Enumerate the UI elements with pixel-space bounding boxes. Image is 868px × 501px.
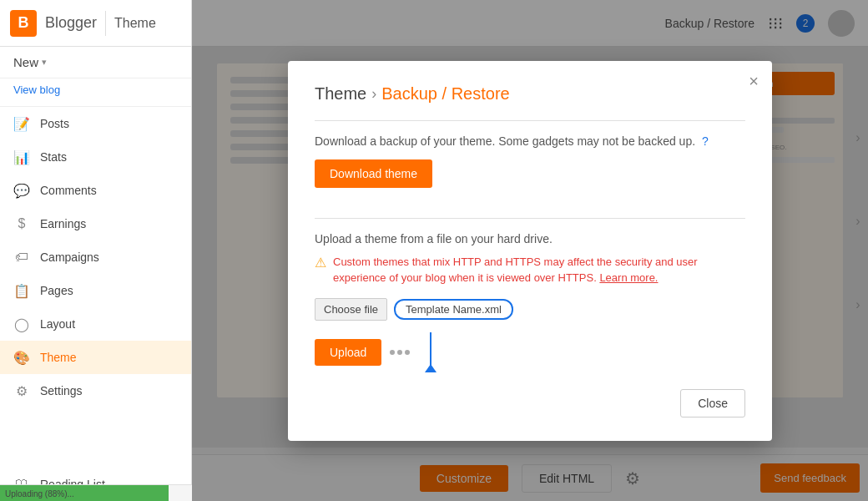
sidebar-item-label: Comments xyxy=(40,184,97,197)
modal-close-button[interactable]: × xyxy=(749,73,759,89)
sidebar-item-label: Layout xyxy=(40,317,75,331)
modal-title: Theme › Backup / Restore xyxy=(315,84,745,104)
view-blog-link[interactable]: View blog xyxy=(0,78,191,107)
file-name-badge: Template Name.xml xyxy=(394,299,513,320)
modal-footer: Close xyxy=(315,389,745,418)
sidebar-item-label: Campaigns xyxy=(40,250,99,264)
arrow-shaft xyxy=(430,332,431,366)
breadcrumb-link[interactable]: Backup / Restore xyxy=(381,84,509,104)
campaigns-icon: 🏷 xyxy=(13,249,30,266)
layout-icon: ◯ xyxy=(13,316,30,332)
sidebar-item-layout[interactable]: ◯ Layout xyxy=(0,307,191,341)
header-theme-label: Theme xyxy=(114,16,156,31)
sidebar-item-stats[interactable]: 📊 Stats xyxy=(0,140,191,174)
sidebar-item-pages[interactable]: 📋 Pages xyxy=(0,274,191,307)
earnings-icon: $ xyxy=(13,215,30,232)
download-theme-button[interactable]: Download theme xyxy=(315,159,432,188)
sidebar-item-label: Stats xyxy=(40,150,67,164)
breadcrumb-separator: › xyxy=(371,85,376,103)
modal-divider-1 xyxy=(315,120,745,121)
learn-more-link[interactable]: Learn more. xyxy=(599,271,658,284)
upload-progress-text: Uploading (88%)... xyxy=(5,488,74,498)
file-upload-row: Choose file Template Name.xml xyxy=(315,298,745,321)
loading-dot-2 xyxy=(397,350,402,355)
blogger-logo: B xyxy=(10,10,37,37)
sidebar-item-label: Posts xyxy=(40,117,69,130)
arrow-head-icon xyxy=(425,364,437,372)
upload-arrow xyxy=(425,332,437,372)
sidebar-item-label: Earnings xyxy=(40,217,86,230)
warning-box: ⚠ Custom themes that mix HTTP and HTTPS … xyxy=(315,254,745,286)
sidebar-item-theme[interactable]: 🎨 Theme xyxy=(0,341,191,374)
modal-close-footer-button[interactable]: Close xyxy=(680,389,745,418)
sidebar-item-label: Theme xyxy=(40,351,77,364)
upload-row: Upload xyxy=(315,332,745,372)
loading-dot-1 xyxy=(390,350,395,355)
new-chevron-icon: ▾ xyxy=(42,57,47,68)
sidebar-item-label: Settings xyxy=(40,384,83,397)
modal-title-theme: Theme xyxy=(315,84,366,104)
upload-progress-bar: Uploading (88%)... xyxy=(0,484,192,501)
sidebar-item-posts[interactable]: 📝 Posts xyxy=(0,107,191,140)
loading-indicator xyxy=(390,350,410,355)
settings-icon: ⚙ xyxy=(13,382,30,399)
modal-divider-2 xyxy=(315,218,745,219)
sidebar-item-campaigns[interactable]: 🏷 Campaigns xyxy=(0,240,191,274)
sidebar-spacer xyxy=(0,407,191,468)
sidebar-header: B Blogger Theme xyxy=(0,0,191,47)
sidebar: B Blogger Theme New ▾ View blog 📝 Posts … xyxy=(0,0,192,501)
pages-icon: 📋 xyxy=(13,282,30,299)
sidebar-item-earnings[interactable]: $ Earnings xyxy=(0,207,191,240)
main-content: Backup / Restore ⁝⁝⁝ 2 View web ver xyxy=(192,0,868,501)
sidebar-item-settings[interactable]: ⚙ Settings xyxy=(0,374,191,407)
stats-icon: 📊 xyxy=(13,149,30,165)
app-name: Blogger xyxy=(45,14,97,32)
upload-section-description: Upload a theme from a file on your hard … xyxy=(315,232,745,245)
new-button[interactable]: New ▾ xyxy=(0,47,191,78)
choose-file-button[interactable]: Choose file xyxy=(315,298,387,321)
loading-dot-3 xyxy=(405,350,410,355)
download-section-description: Download a backup of your theme. Some ga… xyxy=(315,134,745,148)
upload-button[interactable]: Upload xyxy=(315,339,381,366)
warning-icon: ⚠ xyxy=(315,255,326,271)
posts-icon: 📝 xyxy=(13,115,30,132)
theme-icon: 🎨 xyxy=(13,349,30,366)
new-label: New xyxy=(13,55,38,69)
warning-text: Custom themes that mix HTTP and HTTPS ma… xyxy=(333,254,745,286)
comments-icon: 💬 xyxy=(13,182,30,199)
modal-dialog: × Theme › Backup / Restore Download a ba… xyxy=(288,61,772,441)
sidebar-item-label: Pages xyxy=(40,284,73,297)
help-link[interactable]: ? xyxy=(702,134,709,148)
header-divider xyxy=(105,11,106,36)
sidebar-item-comments[interactable]: 💬 Comments xyxy=(0,174,191,207)
modal-overlay: × Theme › Backup / Restore Download a ba… xyxy=(192,0,868,501)
